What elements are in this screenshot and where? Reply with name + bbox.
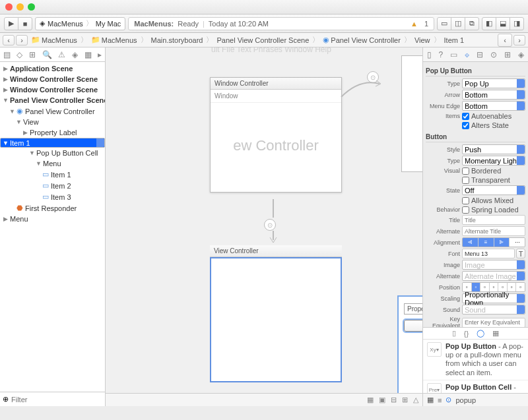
popup-button-control[interactable] [404, 320, 422, 332]
find-navigator-tab[interactable]: 🔍 [42, 50, 52, 59]
library-item-popup-cell[interactable]: Pre▾ Pop Up Button Cell - Defines the vi… [423, 380, 528, 393]
tree-first-responder[interactable]: ⬣ First Responder [0, 202, 105, 214]
jump-storyboard[interactable]: Main.storyboard [149, 36, 205, 44]
jump-scene[interactable]: Panel View Controller Scene [214, 36, 311, 44]
alignment-segmented[interactable]: ⫷≡⫸⋯ [462, 237, 525, 247]
title-input[interactable] [462, 215, 525, 225]
scene-window-1[interactable]: ▶Window Controller Scene [0, 74, 105, 84]
library-item-popup-button[interactable]: Xy▾ Pop Up Button - A pop-up or a pull-d… [423, 340, 528, 380]
scene-panel-view-controller-placeholder[interactable]: Panel View Controller [401, 55, 422, 172]
interface-builder-canvas[interactable]: ult File Text Phrases Window Help Window… [106, 47, 422, 406]
connections-inspector-tab[interactable]: ⊙ [490, 50, 497, 59]
scene-panel[interactable]: ▼Panel View Controller Scene [0, 95, 105, 105]
navigator-filter-input[interactable] [11, 396, 102, 404]
file-template-tab[interactable]: ▯ [452, 329, 456, 338]
segue-icon[interactable]: ⊙ [367, 71, 379, 83]
bindings-inspector-tab[interactable]: ⊞ [504, 50, 511, 59]
jump-view[interactable]: View [412, 36, 432, 44]
segue-icon[interactable]: ⊙ [264, 219, 276, 231]
spring-loaded-checkbox[interactable] [462, 206, 469, 214]
jump-controller[interactable]: ◉ Panel View Controller [321, 36, 403, 44]
zoom-window-button[interactable] [28, 3, 35, 11]
toggle-navigator-button[interactable]: ◧ [482, 17, 496, 30]
help-inspector-tab[interactable]: ? [439, 50, 444, 59]
tree-view[interactable]: ▼View [0, 117, 105, 127]
identity-inspector-tab[interactable]: ▭ [450, 50, 457, 59]
jump-item[interactable]: Item 1 [442, 36, 467, 44]
pin-button[interactable]: ⊞ [402, 396, 408, 404]
view-controller-view[interactable] [210, 257, 342, 382]
grid-view-button[interactable]: ▦ [427, 396, 434, 404]
object-library-tab[interactable]: ◯ [477, 329, 484, 338]
size-inspector-tab[interactable]: ⊟ [477, 50, 483, 59]
tree-item-1[interactable]: ▼Item 1 [0, 138, 105, 148]
minimize-window-button[interactable] [16, 3, 24, 11]
autoenables-checkbox[interactable] [462, 113, 469, 120]
popup-arrow-select[interactable]: Bottom [462, 90, 525, 100]
tree-menu-root[interactable]: ▶Menu [0, 214, 105, 224]
resolve-button[interactable]: △ [413, 396, 418, 404]
media-library-tab[interactable]: ▦ [492, 329, 499, 338]
list-view-button[interactable]: ≡ [438, 396, 442, 404]
scheme-selector[interactable]: ◈ MacMenus 〉 My Mac [35, 17, 125, 30]
version-editor-button[interactable]: ⧉ [465, 17, 479, 30]
image-select[interactable]: Image [462, 260, 525, 270]
font-input[interactable] [462, 249, 515, 258]
key-equivalent-input[interactable] [462, 318, 525, 328]
alters-state-checkbox[interactable] [462, 122, 469, 129]
assistant-editor-button[interactable]: ◫ [451, 17, 465, 30]
warning-icon[interactable]: ▲ [411, 20, 418, 28]
scene-window-2[interactable]: ▶Window Controller Scene [0, 84, 105, 95]
transparent-checkbox[interactable] [462, 177, 469, 184]
scene-view-controller[interactable]: ⊙ View Controller [210, 245, 342, 382]
alternate-title-input[interactable] [462, 226, 525, 236]
align-button[interactable]: ⊟ [391, 396, 397, 404]
scene-window-controller[interactable]: Window Controller Window ew Controller [210, 77, 342, 193]
attributes-inspector-tab[interactable]: ⟐ [465, 50, 469, 59]
popup-type-select[interactable]: Pop Up [462, 78, 525, 88]
allows-mixed-checkbox[interactable] [462, 197, 469, 204]
jump-next-button[interactable]: › [513, 35, 525, 45]
run-button[interactable]: ▶ [4, 17, 18, 30]
tree-menu[interactable]: ▼Menu [0, 158, 105, 169]
nav-forward-button[interactable]: › [16, 35, 28, 45]
file-inspector-tab[interactable]: ▯ [427, 50, 432, 59]
toggle-utilities-button[interactable]: ◨ [510, 17, 524, 30]
button-type-select[interactable]: Momentary Light [462, 156, 525, 165]
button-state-select[interactable]: Off [462, 185, 525, 195]
scene-application[interactable]: ▶Application Scene [0, 63, 105, 74]
tree-panel-vc[interactable]: ▼◉Panel View Controller [0, 105, 105, 117]
jump-prev-button[interactable]: ‹ [498, 34, 512, 47]
code-snippet-tab[interactable]: {} [464, 330, 469, 338]
bordered-checkbox[interactable] [462, 167, 469, 175]
tree-menu-item-3[interactable]: ▭ Item 3 [0, 191, 105, 202]
embed-button[interactable]: ▣ [379, 396, 385, 404]
alt-image-select[interactable]: Alternate Image [462, 271, 525, 281]
nav-back-button[interactable]: ‹ [3, 35, 15, 45]
project-navigator-tab[interactable]: ▤ [3, 50, 11, 59]
sound-select[interactable]: Sound [462, 305, 525, 315]
scene-panel-active[interactable]: ◉ ⬣ ▭ Property [397, 284, 422, 406]
standard-editor-button[interactable]: ▭ [437, 17, 451, 30]
popup-edge-select[interactable]: Bottom [462, 101, 525, 111]
scaling-select[interactable]: Proportionally Down [462, 293, 525, 303]
toggle-debug-button[interactable]: ⬓ [496, 17, 510, 30]
effects-inspector-tab[interactable]: ◈ [518, 50, 524, 59]
font-picker-button[interactable]: T [516, 249, 525, 258]
button-style-select[interactable]: Push [462, 144, 525, 154]
jump-folder[interactable]: 📁 MacMenus [89, 36, 139, 44]
tree-popup-cell[interactable]: ▼Pop Up Button Cell [0, 148, 105, 158]
breakpoint-navigator-tab[interactable]: ▸ [98, 50, 102, 59]
tree-property-label[interactable]: ▶Property Label [0, 127, 105, 138]
property-label[interactable]: Property [404, 303, 422, 315]
library-filter-text[interactable]: popup [455, 396, 476, 404]
jump-project[interactable]: 📁 MacMenus [29, 36, 79, 44]
tree-menu-item-1[interactable]: ▭ Item 1 [0, 169, 105, 180]
stop-button[interactable]: ■ [18, 17, 32, 30]
debug-navigator-tab[interactable]: ▦ [84, 50, 92, 59]
issue-navigator-tab[interactable]: ⚠ [58, 50, 65, 59]
tree-menu-item-2[interactable]: ▭ Item 2 [0, 180, 105, 191]
panel-view[interactable]: Property [397, 295, 422, 406]
device-config-button[interactable]: ▦ [367, 396, 374, 404]
source-control-tab[interactable]: ◇ [16, 50, 22, 59]
